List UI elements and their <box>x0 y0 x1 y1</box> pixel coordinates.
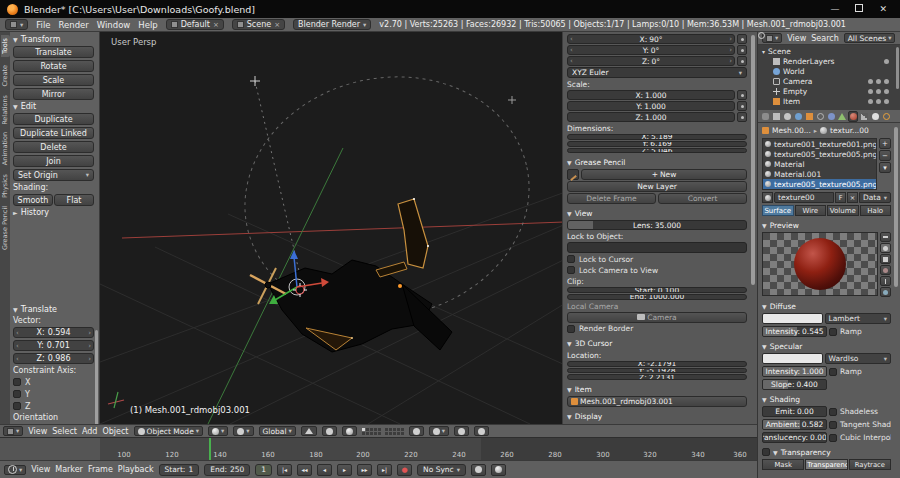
maximize-button[interactable] <box>855 4 863 14</box>
increment-icon[interactable]: › <box>88 329 91 337</box>
lock-icon[interactable] <box>737 34 747 44</box>
dimension-x-field[interactable]: X:5.189 <box>567 134 747 140</box>
local-camera-field[interactable]: Camera <box>567 312 747 323</box>
scene-selector[interactable]: Scene × <box>232 19 285 30</box>
empty-object-marker[interactable] <box>250 76 260 86</box>
transform-panel-header[interactable]: ▼Transform <box>13 35 94 44</box>
tab-constraints[interactable] <box>815 111 825 122</box>
sync-mode-dropdown[interactable]: No Sync▾ <box>417 464 466 476</box>
menu-select[interactable]: Select <box>52 427 77 436</box>
eye-icon[interactable] <box>868 99 873 104</box>
decrement-icon[interactable]: ‹ <box>570 57 573 65</box>
restrict-select-icon[interactable] <box>876 89 881 94</box>
screen-layout-selector[interactable]: Default × <box>166 19 224 30</box>
constraint-y-row[interactable]: Y <box>13 389 94 399</box>
end-frame-field[interactable]: End:250 <box>204 464 250 476</box>
lens-slider[interactable]: Lens:35.000 <box>567 220 747 230</box>
viewport-editor-selector[interactable]: ▾ <box>3 426 23 436</box>
mirror-button[interactable]: Mirror <box>13 88 94 100</box>
lock-icon[interactable] <box>737 112 747 122</box>
decrement-icon[interactable]: ‹ <box>16 329 19 337</box>
rotation-y-field[interactable]: ‹Y:0°› <box>567 45 735 55</box>
menu-frame[interactable]: Frame <box>88 465 113 474</box>
diffuse-intensity-slider[interactable]: Intensity:0.545 <box>762 326 827 337</box>
item-panel-header[interactable]: ▼Item <box>567 384 747 395</box>
edit-panel-header[interactable]: ▼Edit <box>13 102 94 111</box>
menu-file[interactable]: File <box>36 20 50 30</box>
toolshelf-tab-grease-pencil[interactable]: Grease Pencil <box>1 206 10 250</box>
prev-keyframe-button[interactable]: ◂◂ <box>297 464 312 476</box>
type-surface-button[interactable]: Surface <box>762 205 794 216</box>
material-slot-list[interactable]: texture001_texture001.png.001 texture005… <box>762 138 877 190</box>
viewport-3d[interactable]: User Persp (1) Mesh.001_rdmobj03.001 ‹X:… <box>100 32 757 424</box>
lock-to-scene-button[interactable] <box>409 426 424 436</box>
outliner-item-renderlayers[interactable]: RenderLayers <box>760 56 898 66</box>
mesh-object[interactable] <box>250 198 452 352</box>
cursor-panel-header[interactable]: ▼3D Cursor <box>567 338 747 349</box>
checkbox-icon[interactable] <box>13 402 21 410</box>
outliner-scrollbar[interactable] <box>896 47 899 89</box>
tangent-shading-row[interactable]: Tangent Shading <box>829 420 891 429</box>
jump-to-end-button[interactable]: ▸| <box>377 464 392 476</box>
diffuse-color-swatch[interactable] <box>762 313 823 324</box>
browse-material-button[interactable] <box>762 192 773 203</box>
eye-icon[interactable] <box>868 89 873 94</box>
rotate-button[interactable]: Rotate <box>13 60 94 72</box>
specular-slope-slider[interactable]: Slope:0.400 <box>762 379 827 390</box>
cursor-y-field[interactable]: Y:-5.1928 <box>567 368 747 374</box>
specular-color-swatch[interactable] <box>762 353 823 364</box>
opengl-render-button[interactable] <box>454 426 469 436</box>
outliner-item-scene[interactable]: ▾Scene <box>760 46 898 56</box>
rotation-x-field[interactable]: ‹X:90°› <box>567 34 735 44</box>
material-slot[interactable]: Material <box>763 159 876 169</box>
type-volume-button[interactable]: Volume <box>827 205 859 216</box>
checkbox-icon[interactable] <box>829 408 837 416</box>
lock-camera-row[interactable]: Lock Camera to View <box>567 265 747 275</box>
checkbox-icon[interactable] <box>829 368 837 376</box>
restrict-select-icon[interactable] <box>876 99 881 104</box>
lock-to-cursor-row[interactable]: Lock to Cursor <box>567 254 747 264</box>
constraint-x-row[interactable]: X <box>13 377 94 387</box>
cubic-interpolation-row[interactable]: Cubic Interpolation <box>829 433 891 442</box>
set-origin-menu[interactable]: Set Origin▾ <box>13 169 94 181</box>
checkbox-icon[interactable] <box>829 434 837 442</box>
timeline-editor-selector[interactable]: ▾ <box>4 465 26 475</box>
preview-monkey-button[interactable] <box>880 265 891 275</box>
toolshelf-tab-animation[interactable]: Animation <box>1 132 10 165</box>
menu-view[interactable]: View <box>28 427 47 436</box>
preview-hair-button[interactable] <box>880 276 891 286</box>
rotation-z-field[interactable]: ‹Z:0°› <box>567 56 735 66</box>
transparency-panel-header[interactable]: ▼Transparency <box>762 447 891 457</box>
outliner-item-camera[interactable]: Camera <box>760 76 898 86</box>
new-layer-button[interactable]: New Layer <box>567 181 747 192</box>
transform-orientation-selector[interactable]: Global▾ <box>259 426 296 436</box>
checkbox-icon[interactable] <box>13 390 21 398</box>
tab-render-layers[interactable] <box>771 111 781 122</box>
checkbox-icon[interactable] <box>829 328 837 336</box>
close-icon[interactable]: × <box>274 21 280 29</box>
menu-help[interactable]: Help <box>138 20 157 30</box>
tab-data[interactable] <box>837 111 847 122</box>
menu-ol-search[interactable]: Search <box>811 34 838 43</box>
outliner-item-empty[interactable]: Empty <box>760 86 898 96</box>
checkbox-icon[interactable] <box>567 325 575 333</box>
tab-scene[interactable] <box>782 111 792 122</box>
properties-scrollbar[interactable] <box>894 127 898 287</box>
convert-button[interactable]: Convert <box>658 193 747 204</box>
tab-physics[interactable] <box>881 111 891 122</box>
current-frame-field[interactable]: 1 <box>255 464 272 476</box>
diffuse-ramp-row[interactable]: Ramp <box>829 327 891 336</box>
scale-y-field[interactable]: Y:1.000 <box>567 101 735 111</box>
diffuse-panel-header[interactable]: ▼Diffuse <box>762 301 891 311</box>
eye-icon[interactable] <box>868 79 873 84</box>
cursor-z-field[interactable]: Z:2.2131 <box>567 374 747 380</box>
keyframe-insert-button[interactable] <box>491 464 506 476</box>
specular-panel-header[interactable]: ▼Specular <box>762 341 891 351</box>
checkbox-icon[interactable] <box>13 378 21 386</box>
material-name-field[interactable]: texture00 <box>774 192 834 203</box>
transparency-checkbox-icon[interactable] <box>762 448 770 456</box>
render-engine-selector[interactable]: Blender Render ▾ <box>293 19 371 30</box>
flat-button[interactable]: Flat <box>54 194 94 206</box>
render-border-row[interactable]: Render Border <box>567 324 747 334</box>
lock-object-field[interactable] <box>567 242 747 253</box>
